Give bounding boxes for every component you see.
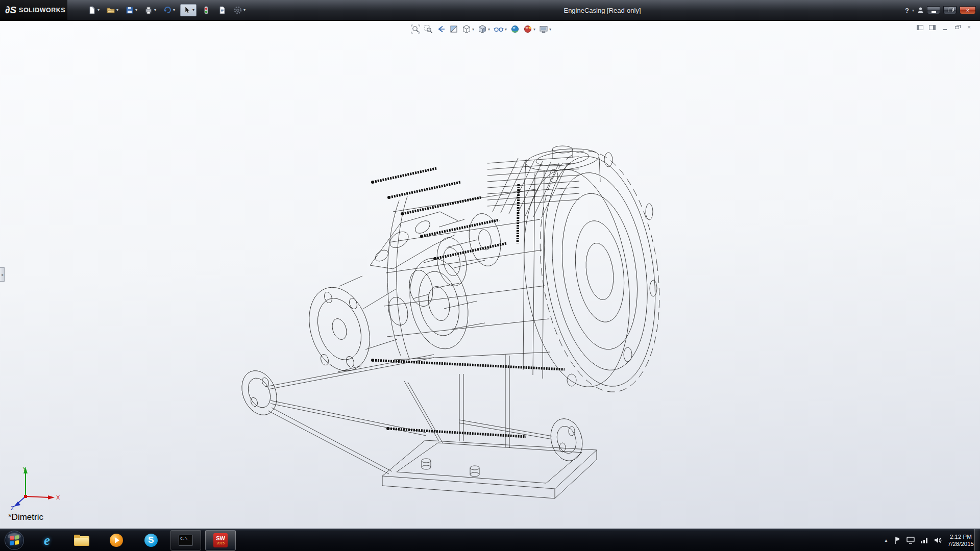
view-orientation-dropdown-icon[interactable]: ▾ (472, 27, 474, 32)
previous-view-button[interactable] (436, 24, 446, 34)
print-icon (144, 6, 153, 15)
help-dropdown-arrow-icon[interactable]: ▾ (912, 8, 914, 13)
doc-restore-icon (955, 26, 959, 29)
close-button[interactable]: × (960, 6, 976, 14)
taskbar-command-prompt[interactable]: C:\_ (170, 530, 201, 550)
hidden-icons-chevron[interactable]: ▲ (884, 538, 888, 543)
doc-close-icon: × (967, 24, 970, 30)
new-document-button[interactable]: ▾ (86, 5, 101, 16)
main-toolbar: ▾ ▾ ▾ ▾ ▾ ▾ (86, 3, 247, 18)
windows-taskbar: e S C:\_ SW 2015 ▲ (0, 529, 980, 551)
undo-dropdown-arrow-icon[interactable]: ▾ (173, 8, 175, 12)
start-button[interactable] (4, 530, 24, 550)
save-button[interactable]: ▾ (124, 5, 139, 16)
title-bar: ∂S SOLIDWORKS ▾ ▾ ▾ ▾ ▾ (0, 0, 980, 20)
solidworks-taskbar-icon: SW 2015 (213, 533, 228, 547)
taskbar-clock[interactable]: 2:12 PM 7/28/2015 (948, 533, 974, 547)
help-button[interactable]: ? (905, 7, 909, 14)
engine-casing-wireframe-model[interactable] (219, 135, 669, 503)
display-pane-button[interactable] (928, 24, 936, 31)
display-icon[interactable] (906, 537, 915, 544)
solidworks-menu-button[interactable]: ∂S SOLIDWORKS (0, 0, 67, 20)
apply-scene-dropdown-icon[interactable]: ▾ (533, 27, 535, 32)
clock-date: 7/28/2015 (948, 540, 974, 547)
open-folder-icon (106, 6, 115, 15)
pane-left-icon (917, 25, 923, 30)
hide-show-items-button[interactable]: ▾ (494, 24, 507, 34)
doc-close-button[interactable]: × (965, 24, 973, 31)
solidworks-logo-icon: ∂S (5, 5, 16, 16)
restore-icon (948, 9, 952, 12)
document-window-controls: × (916, 24, 973, 31)
doc-minimize-icon (943, 29, 947, 30)
titlebar-right-controls: ? ▾ × (905, 0, 976, 20)
taskbar-skype[interactable]: S (136, 530, 166, 550)
pane-right-icon (929, 25, 936, 30)
solidworks-window: ∂S SOLIDWORKS ▾ ▾ ▾ ▾ ▾ (0, 0, 980, 551)
file-explorer-icon (74, 535, 89, 546)
display-style-cube-icon (478, 24, 487, 34)
print-button[interactable]: ▾ (142, 5, 158, 16)
volume-icon[interactable] (934, 537, 942, 544)
action-center-flag-icon[interactable] (894, 536, 901, 544)
new-dropdown-arrow-icon[interactable]: ▾ (97, 8, 100, 12)
new-document-icon (87, 6, 96, 15)
rebuild-button[interactable] (200, 5, 212, 16)
open-button[interactable]: ▾ (105, 5, 120, 16)
undo-button[interactable]: ▾ (161, 5, 177, 16)
options-button[interactable]: ▾ (232, 5, 247, 16)
restore-button[interactable] (943, 6, 957, 14)
reference-triad: Y X Z (10, 465, 61, 511)
close-icon: × (966, 8, 969, 13)
window-title: EngineCasing [Read-only] (357, 0, 847, 20)
feature-manager-collapse-tab[interactable]: ◄ (0, 267, 5, 282)
rebuild-icon (202, 6, 211, 15)
doc-restore-button[interactable] (953, 24, 961, 31)
zoom-to-area-button[interactable] (424, 24, 433, 34)
select-button[interactable]: ▾ (180, 4, 197, 16)
taskbar-solidworks[interactable]: SW 2015 (205, 530, 236, 550)
command-prompt-icon: C:\_ (179, 535, 193, 546)
zoom-to-fit-button[interactable] (411, 24, 420, 34)
taskbar-internet-explorer[interactable]: e (32, 530, 62, 550)
view-orientation-label: *Dimetric (8, 512, 43, 522)
taskbar-items: e S C:\_ SW 2015 (32, 529, 236, 551)
view-orientation-button[interactable]: ▾ (462, 24, 474, 34)
open-dropdown-arrow-icon[interactable]: ▾ (116, 8, 118, 12)
display-style-dropdown-icon[interactable]: ▾ (488, 27, 490, 32)
hide-show-glasses-icon (494, 24, 504, 34)
edit-appearance-ball-icon (510, 24, 520, 34)
y-axis-label: Y (22, 466, 27, 472)
minimize-button[interactable] (927, 6, 940, 14)
save-dropdown-arrow-icon[interactable]: ▾ (135, 8, 137, 12)
clock-time: 2:12 PM (948, 533, 974, 540)
view-settings-dropdown-icon[interactable]: ▾ (549, 27, 551, 32)
taskbar-file-explorer[interactable] (66, 530, 97, 550)
network-icon[interactable] (920, 537, 928, 544)
section-view-button[interactable] (449, 24, 458, 34)
x-axis-label: X (56, 494, 60, 500)
view-settings-icon (539, 24, 548, 34)
doc-minimize-button[interactable] (941, 24, 948, 31)
print-dropdown-arrow-icon[interactable]: ▾ (154, 8, 156, 12)
select-dropdown-arrow-icon[interactable]: ▾ (192, 8, 194, 12)
hide-show-dropdown-icon[interactable]: ▾ (505, 27, 507, 32)
z-axis-label: Z (11, 505, 14, 511)
x-axis-arrow-icon (48, 495, 55, 499)
options-dropdown-arrow-icon[interactable]: ▾ (243, 8, 246, 12)
save-floppy-icon (125, 6, 134, 15)
graphics-viewport[interactable]: ▾ ▾ ▾ ▾ ▾ (0, 21, 980, 529)
taskbar-media-player[interactable] (101, 530, 132, 550)
solidworks-logo-text: SOLIDWORKS (19, 7, 65, 14)
display-style-button[interactable]: ▾ (478, 24, 490, 34)
login-icon[interactable] (917, 7, 924, 14)
skype-icon: S (144, 534, 158, 547)
show-desktop-button[interactable] (974, 529, 980, 551)
file-properties-button[interactable] (216, 5, 228, 16)
view-settings-button[interactable]: ▾ (539, 24, 551, 34)
system-tray: ▲ 2:12 PM 7/28/2015 (884, 529, 974, 551)
undo-icon (163, 6, 172, 15)
edit-appearance-button[interactable] (510, 24, 520, 34)
feature-pane-button[interactable] (916, 24, 924, 31)
apply-scene-button[interactable]: ▾ (523, 24, 535, 34)
